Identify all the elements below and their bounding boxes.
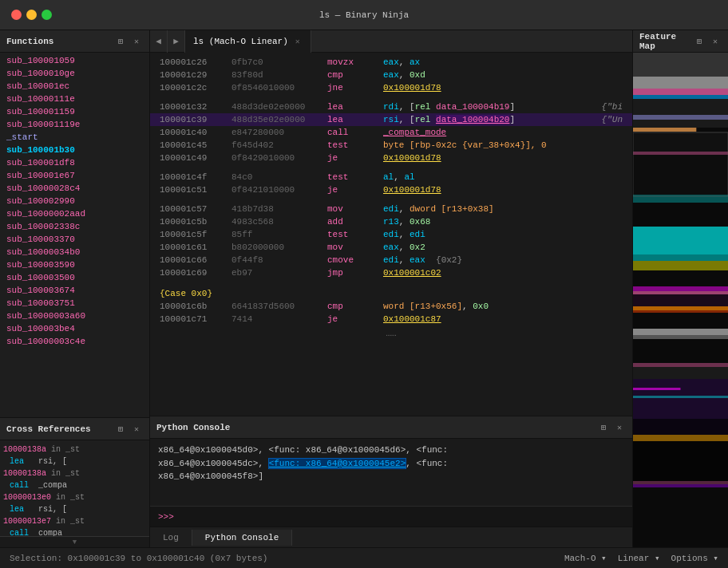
disasm-bytes: 7414 [231,314,327,324]
function-item[interactable]: sub_100001df8 [0,156,149,169]
function-item[interactable]: sub_100003751 [0,297,149,310]
xrefs-expand-icon[interactable]: ⊞ [114,424,127,435]
feature-map-close-icon[interactable]: ✕ [709,36,722,47]
function-item[interactable]: sub_100002990 [0,195,149,207]
disasm-row[interactable]: 100001c5f 85ff test edi, edi [150,228,632,241]
console-prompt-area: >>> [150,506,632,527]
tab-next-arrow[interactable]: ▶ [168,30,185,53]
svg-rect-3 [633,89,728,95]
disasm-row[interactable]: 100001c5b 4983c568 add r13, 0x68 [150,215,632,228]
disasm-row[interactable]: 100001c6b 6641837d5600 cmp word [r13+0x5… [150,300,632,313]
xref-item[interactable]: 10000013e7 in _st [3,515,146,527]
disasm-row[interactable]: 100001c69 eb97 jmp 0x100001c02 [150,266,632,279]
function-item[interactable]: sub_10000111e [0,93,149,105]
close-button[interactable] [11,10,22,20]
disasm-row[interactable]: 100001c71 7414 je 0x100001c87 [150,313,632,325]
xrefs-close-icon[interactable]: ✕ [130,424,143,435]
function-item[interactable]: sub_100002338c [0,220,149,233]
disasm-ops: _compat_mode [383,128,623,137]
svg-rect-9 [633,132,728,152]
disasm-row[interactable]: 100001c57 418b7d38 mov edi, dword [r13+0… [150,203,632,215]
console-tab-python[interactable]: Python Console [192,530,292,546]
status-arch-btn[interactable]: Mach-O ▾ [564,553,607,563]
svg-rect-30 [633,388,681,390]
disasm-area[interactable]: 100001c26 0fb7c0 movzx eax, ax 100001c29… [150,53,632,416]
function-item[interactable]: sub_1000010ge [0,67,149,80]
status-view-btn[interactable]: Linear ▾ [618,553,660,563]
zoom-button[interactable] [42,10,52,20]
disasm-bytes: 4983c568 [231,217,327,227]
function-item[interactable]: sub_100003be4 [0,322,149,335]
titlebar: ls — Binary Ninja [0,0,728,30]
disasm-row[interactable]: 100001c45 f645d402 test byte [rbp-0x2c {… [150,139,632,152]
disasm-row-selected[interactable]: 100001c39 488d35e02e0000 lea rsi, [rel d… [150,113,632,126]
console-text: , <func: [406,459,448,468]
console-input[interactable] [179,512,624,522]
console-expand-icon[interactable]: ⊞ [597,422,610,433]
svg-rect-10 [633,152,728,155]
disasm-row[interactable]: 100001c4f 84c0 test al, al [150,171,632,183]
disasm-bytes: 85ff [231,230,327,239]
disasm-ops: al, al [383,172,623,182]
xref-item[interactable]: 10000013e0 in _st [3,491,146,503]
functions-close-icon[interactable]: ✕ [130,36,143,47]
disasm-row[interactable]: 100001c26 0fb7c0 movzx eax, ax [150,56,632,69]
svg-rect-7 [633,120,728,128]
disasm-addr: 100001c45 [160,140,231,150]
function-item[interactable]: sub_100001ec [0,80,149,93]
disasm-ops: 0x100001c02 [383,268,623,278]
console-link-selected[interactable]: <func: x86_64@0x1000045e2> [269,459,406,468]
disasm-addr: 100001c49 [160,153,231,163]
function-item[interactable]: sub_100001159 [0,105,149,118]
function-item[interactable]: sub_10000034b0 [0,246,149,258]
function-item[interactable]: sub_100001059 [0,54,149,67]
function-item[interactable]: sub_100003674 [0,284,149,297]
disasm-mnem: jmp [327,268,383,278]
function-item[interactable]: sub_100001e67 [0,169,149,182]
disasm-ops: byte [rbp-0x2c {var_38+0x4}], 0 [383,140,623,150]
tab-ls-label: ls (Mach-O Linear) [193,37,288,46]
disasm-addr: 100001c71 [160,314,231,324]
function-item[interactable]: sub_10000028c4 [0,182,149,195]
disasm-row[interactable]: 100001c66 0f44f8 cmove edi, eax {0x2} [150,254,632,266]
function-item[interactable]: sub_100001119e [0,118,149,131]
disasm-row[interactable]: 100001c51 0f8421010000 je 0x100001d78 [150,183,632,196]
status-options-btn[interactable]: Options ▾ [671,553,718,563]
tab-ls-close[interactable]: ✕ [293,37,303,46]
tab-prev-arrow[interactable]: ◀ [150,30,168,53]
console-close-icon[interactable]: ✕ [613,422,626,433]
functions-expand-icon[interactable]: ⊞ [114,36,127,47]
disasm-mnem: je [327,314,383,324]
console-panel: Python Console ⊞ ✕ x86_64@0x1000045d0>, … [150,416,632,547]
xref-item[interactable]: 10000138a in _st [3,444,146,456]
disasm-row[interactable]: 100001c40 e847280000 call _compat_mode [150,126,632,139]
disasm-row[interactable]: 100001c29 83f80d cmp eax, 0xd [150,69,632,81]
function-item[interactable]: _start [0,131,149,144]
console-prompt-symbol: >>> [158,512,174,522]
feature-map-expand-icon[interactable]: ⊞ [693,36,706,47]
xref-item[interactable]: 10000138a in _st [3,467,146,479]
function-item[interactable]: sub_10000003c4e [0,335,149,348]
disasm-addr: 100001c69 [160,268,231,278]
function-item[interactable]: sub_100003500 [0,271,149,284]
disasm-mnem: test [327,172,383,182]
disasm-bytes: 0f8429010000 [231,153,327,163]
function-item[interactable]: sub_100003370 [0,233,149,246]
disasm-ops: eax, 0xd [383,70,623,80]
disasm-row[interactable]: 100001c32 488d3de02e0000 lea rdi, [rel d… [150,101,632,113]
disasm-case-label: {Case 0x0} [150,286,632,300]
disasm-row[interactable]: 100001c2c 0f8546010000 jne 0x100001d78 [150,81,632,94]
console-title: Python Console [156,423,230,432]
function-item[interactable]: sub_100001b30 [0,144,149,156]
xrefs-scroll-indicator: ▼ [0,536,149,547]
function-item[interactable]: sub_10000002aad [0,207,149,220]
xref-detail: lea rsi, [ [3,456,146,467]
disasm-bytes: 0fb7c0 [231,57,327,67]
disasm-row[interactable]: 100001c49 0f8429010000 je 0x100001d78 [150,152,632,164]
function-item[interactable]: sub_100003590 [0,258,149,271]
tab-ls[interactable]: ls (Mach-O Linear) ✕ [185,30,311,53]
console-tab-log[interactable]: Log [150,530,192,546]
minimize-button[interactable] [26,10,37,20]
disasm-row[interactable]: 100001c61 b802000000 mov eax, 0x2 [150,241,632,254]
function-item[interactable]: sub_10000003a60 [0,310,149,322]
